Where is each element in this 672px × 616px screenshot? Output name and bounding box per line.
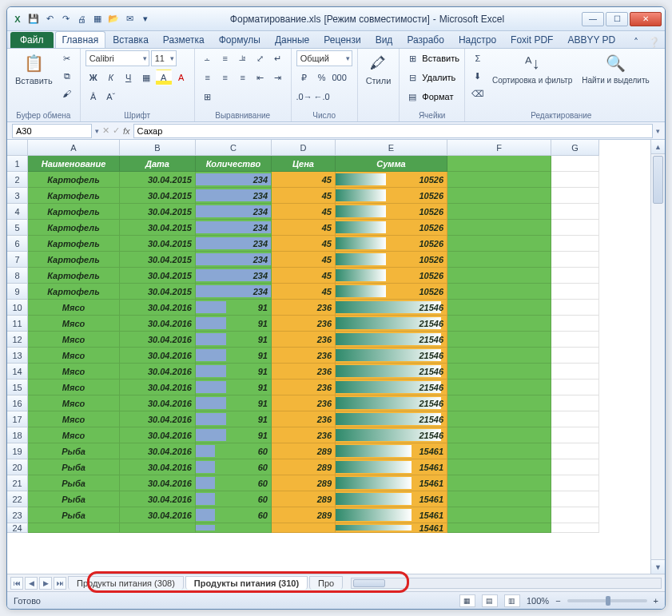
cell[interactable]: 91 xyxy=(196,332,272,348)
close-button[interactable]: ✕ xyxy=(630,12,662,26)
font-size-combo[interactable]: 11 xyxy=(151,50,177,66)
cell[interactable] xyxy=(551,348,599,364)
namebox-dropdown-icon[interactable]: ▾ xyxy=(95,127,99,135)
row-header[interactable]: 3 xyxy=(7,188,28,204)
cell[interactable]: 45 xyxy=(272,252,336,268)
cell[interactable] xyxy=(272,523,336,533)
sheet-tab-3[interactable]: Про xyxy=(309,576,343,590)
cell[interactable]: 60 xyxy=(196,443,272,459)
cell[interactable]: 236 xyxy=(272,411,336,427)
cell[interactable] xyxy=(447,491,551,507)
cell[interactable] xyxy=(447,316,551,332)
fill-icon[interactable]: ⬇ xyxy=(470,68,486,84)
cell[interactable]: Картофель xyxy=(28,172,120,188)
cell[interactable]: 15461 xyxy=(336,523,447,533)
cell[interactable]: 236 xyxy=(272,300,336,316)
increase-decimal-icon[interactable]: .0→ xyxy=(296,89,312,105)
align-right-icon[interactable]: ≡ xyxy=(235,70,251,85)
cell[interactable]: 236 xyxy=(272,316,336,332)
zoom-in-icon[interactable]: + xyxy=(654,596,658,606)
cell[interactable] xyxy=(447,364,551,380)
cell[interactable] xyxy=(551,236,599,252)
header-cell[interactable] xyxy=(551,156,599,172)
cell[interactable]: Рыба xyxy=(28,443,120,459)
header-cell[interactable]: Наименование xyxy=(28,156,120,172)
zoom-level[interactable]: 100% xyxy=(527,596,549,606)
decrease-decimal-icon[interactable]: ←.0 xyxy=(314,89,330,105)
cell[interactable]: 10526 xyxy=(336,236,447,252)
cell[interactable]: 15461 xyxy=(336,459,447,475)
cell[interactable] xyxy=(447,475,551,491)
align-middle-icon[interactable]: ≡ xyxy=(217,50,233,66)
prev-sheet-icon[interactable]: ◀ xyxy=(25,577,38,590)
cell[interactable]: 30.04.2016 xyxy=(120,491,196,507)
column-header-F[interactable]: F xyxy=(447,140,551,156)
font-name-combo[interactable]: Calibri xyxy=(85,50,149,66)
cell[interactable]: 60 xyxy=(196,475,272,491)
cell[interactable]: 91 xyxy=(196,427,272,443)
cell[interactable] xyxy=(447,204,551,220)
cell[interactable]: Мясо xyxy=(28,348,120,364)
cell[interactable]: 30.04.2016 xyxy=(120,364,196,380)
cell[interactable]: Мясо xyxy=(28,380,120,395)
cell[interactable] xyxy=(551,523,599,533)
tab-addins[interactable]: Надстро xyxy=(451,31,503,48)
autosum-icon[interactable]: Σ xyxy=(470,50,486,66)
wrap-text-icon[interactable]: ↵ xyxy=(270,50,286,66)
row-header[interactable]: 18 xyxy=(7,427,28,443)
row-header[interactable]: 16 xyxy=(7,395,28,411)
cell[interactable] xyxy=(447,348,551,364)
cell[interactable]: Рыба xyxy=(28,507,120,523)
column-header-D[interactable]: D xyxy=(272,140,336,156)
horizontal-scrollbar[interactable] xyxy=(351,578,662,589)
sheet-tab-2[interactable]: Продукты питания (310) xyxy=(185,576,308,590)
cell[interactable]: 91 xyxy=(196,395,272,411)
tab-abbyy[interactable]: ABBYY PD xyxy=(560,31,622,48)
cell[interactable]: 289 xyxy=(272,475,336,491)
row-header[interactable]: 5 xyxy=(7,220,28,236)
column-header-C[interactable]: C xyxy=(196,140,272,156)
cell[interactable]: Мясо xyxy=(28,316,120,332)
decrease-indent-icon[interactable]: ⇤ xyxy=(252,70,268,85)
cell[interactable] xyxy=(447,284,551,300)
cell[interactable]: 10526 xyxy=(336,268,447,284)
cell[interactable]: 91 xyxy=(196,380,272,395)
cell[interactable]: 30.04.2016 xyxy=(120,459,196,475)
cell[interactable] xyxy=(447,459,551,475)
tab-insert[interactable]: Вставка xyxy=(105,31,156,48)
tab-developer[interactable]: Разрабо xyxy=(400,31,451,48)
find-select-button[interactable]: 🔍 Найти и выделить xyxy=(579,50,652,86)
format-painter-icon[interactable]: 🖌 xyxy=(59,85,75,101)
cell[interactable] xyxy=(551,172,599,188)
cell[interactable] xyxy=(551,220,599,236)
cell[interactable]: Мясо xyxy=(28,364,120,380)
cell[interactable] xyxy=(447,188,551,204)
row-header[interactable]: 2 xyxy=(7,172,28,188)
vertical-scrollbar[interactable]: ▲ ▼ xyxy=(650,140,665,574)
row-header[interactable]: 13 xyxy=(7,348,28,364)
cell[interactable]: 30.04.2015 xyxy=(120,188,196,204)
cell[interactable]: 21546 xyxy=(336,332,447,348)
cell[interactable] xyxy=(28,523,120,533)
tab-formulas[interactable]: Формулы xyxy=(212,31,268,48)
bold-button[interactable]: Ж xyxy=(85,70,101,85)
cell[interactable]: 30.04.2015 xyxy=(120,204,196,220)
align-top-icon[interactable]: ⫠ xyxy=(200,50,216,66)
cell[interactable] xyxy=(551,364,599,380)
column-header-A[interactable]: A xyxy=(28,140,120,156)
currency-icon[interactable]: ₽ xyxy=(296,70,312,85)
cell[interactable]: 10526 xyxy=(336,204,447,220)
cell[interactable]: Картофель xyxy=(28,252,120,268)
header-cell[interactable]: Цена xyxy=(272,156,336,172)
cell[interactable] xyxy=(551,332,599,348)
cell[interactable]: Мясо xyxy=(28,411,120,427)
cell[interactable]: 15461 xyxy=(336,443,447,459)
decrease-font-icon[interactable]: Aˇ xyxy=(103,89,119,105)
cell[interactable] xyxy=(551,475,599,491)
cell[interactable]: 30.04.2016 xyxy=(120,380,196,395)
row-header[interactable]: 24 xyxy=(7,523,28,533)
cell[interactable]: 236 xyxy=(272,395,336,411)
cell[interactable]: 289 xyxy=(272,459,336,475)
delete-cells-icon[interactable]: ⊟ xyxy=(404,70,420,85)
tab-layout[interactable]: Разметка xyxy=(156,31,212,48)
